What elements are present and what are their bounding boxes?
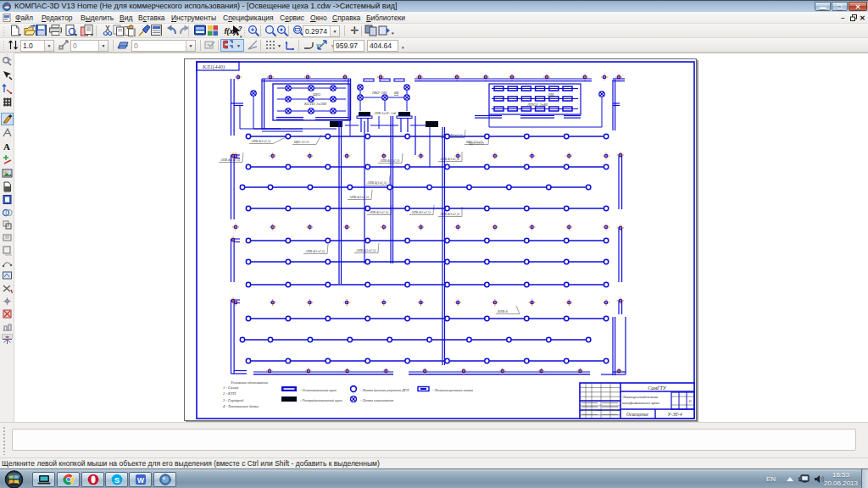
svg-text:АПВ 3х10+1х6: АПВ 3х10+1х6 [373, 111, 397, 115]
svg-text:шлифовального цеха: шлифовального цеха [622, 401, 659, 405]
svg-text:У-ЭТ-4: У-ЭТ-4 [668, 412, 682, 417]
svg-text:ЛПО2 2х40: ЛПО2 2х40 [526, 103, 548, 107]
svg-text:Условные обозначения: Условные обозначения [231, 380, 268, 385]
svg-text:2 - КТП: 2 - КТП [223, 391, 236, 396]
svg-text:- Осветительный щит: - Осветительный щит [300, 388, 337, 392]
svg-text:КСПЗ 1х200: КСПЗ 1х200 [303, 102, 326, 106]
svg-text:- Распределительный щит: - Распределительный щит [300, 398, 342, 402]
svg-text:- Лампа накаливания: - Лампа накаливания [360, 398, 393, 402]
svg-text:Щ: Щ [393, 91, 399, 95]
svg-text:- Лампа дуговая ртутная ДРЛ: - Лампа дуговая ртутная ДРЛ [360, 388, 409, 392]
svg-text:Освещение: Освещение [626, 412, 648, 417]
svg-text:ЩО 33-21: ЩО 33-21 [468, 141, 484, 146]
svg-text:ЩО 33-21: ЩО 33-21 [293, 140, 309, 144]
svg-text:11: 11 [688, 399, 692, 403]
svg-text:S: S [114, 475, 119, 485]
svg-text:КЛ1(440): КЛ1(440) [202, 64, 225, 70]
svg-text:СамГТУ: СамГТУ [648, 385, 667, 391]
svg-text:1 - Склад: 1 - Склад [223, 385, 239, 390]
svg-text:- Люминесцентная лампа: - Люминесцентная лампа [432, 388, 474, 392]
svg-text:3 - Гардероб: 3 - Гардероб [223, 398, 244, 402]
svg-text:ЩО: ЩО [312, 92, 320, 97]
svg-text:W: W [136, 476, 144, 485]
svg-text:200: 200 [548, 92, 554, 97]
svg-text:A: A [3, 141, 10, 152]
svg-text:ВЛК-4: ВЛК-4 [498, 309, 508, 313]
svg-text:4 - Техническая будка: 4 - Техническая будка [223, 404, 259, 408]
svg-text:Электроснабжение: Электроснабжение [622, 395, 659, 399]
